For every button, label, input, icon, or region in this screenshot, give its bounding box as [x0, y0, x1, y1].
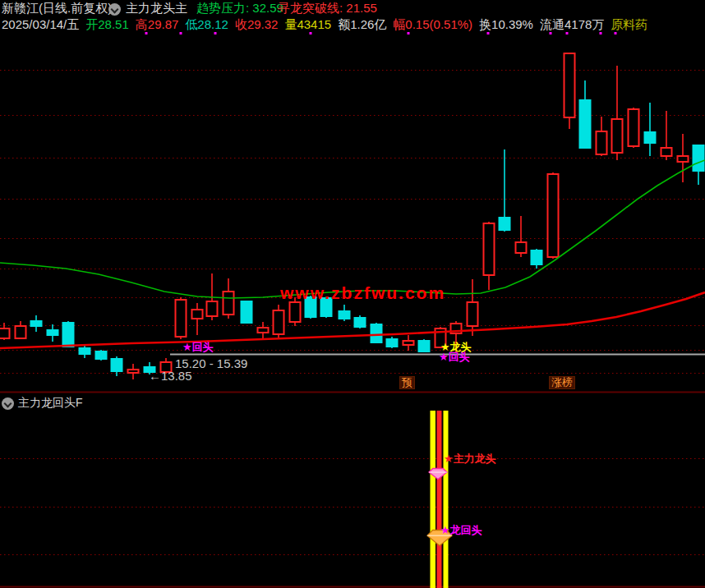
quote-high: 高29.87: [136, 17, 179, 33]
ma-line-green: [0, 160, 705, 298]
quote-close: 收29.32: [235, 17, 279, 33]
quote-industry[interactable]: 原料药: [611, 17, 647, 33]
signal-label-huitou-2: ★回头: [439, 351, 470, 363]
candle-body: [645, 132, 656, 143]
sub-signal-bottom: ★龙回头: [440, 525, 482, 536]
candle-body: [242, 301, 252, 323]
quote-open: 开28.51: [85, 17, 129, 33]
candle-body: [468, 302, 478, 326]
candle-body: [63, 323, 74, 347]
collapse-sub-indicator-icon[interactable]: [2, 397, 14, 410]
candle-body: [274, 310, 284, 334]
candle-body: [597, 131, 607, 154]
candle-body: [484, 223, 495, 275]
candle-body: [387, 339, 398, 347]
candle-body: [516, 242, 527, 253]
main-indicator-name[interactable]: 主力龙头主: [126, 2, 187, 16]
candle-body: [403, 341, 414, 345]
quote-float: 流通4178万: [540, 17, 604, 33]
candle-body: [112, 359, 122, 371]
candle-body: [548, 174, 559, 257]
candle-body: [96, 351, 107, 359]
sub-indicator-name[interactable]: 主力龙回头F: [18, 397, 83, 409]
quote-turnover: 换10.39%: [479, 17, 533, 33]
quote-amount: 额1.26亿: [338, 17, 386, 33]
collapse-main-indicator-icon[interactable]: [108, 3, 121, 16]
candle-body: [532, 250, 542, 264]
candle-body: [661, 148, 672, 156]
candle-body: [693, 145, 704, 171]
candle-body: [16, 326, 26, 338]
candle-body: [678, 156, 689, 162]
low-price-marker: ←13.85: [149, 370, 192, 384]
sub-signal-bar: [437, 411, 442, 588]
candle-body: [176, 300, 187, 337]
quote-bar: 2025/03/14/五 开28.51 高29.87 低28.12 收29.32…: [2, 17, 647, 33]
candle-body: [371, 324, 382, 342]
candle-body: [80, 348, 90, 354]
candle-body: [580, 100, 591, 148]
quote-low: 低28.12: [185, 17, 228, 33]
sub-signal-bar: [431, 411, 436, 588]
metric-trend-pressure: 趋势压力: 32.59: [196, 2, 283, 16]
candle-body: [31, 321, 42, 326]
stock-title: 新赣江(日线.前复权): [2, 2, 112, 16]
candle-body: [612, 119, 623, 153]
quote-volume: 量43415: [284, 17, 331, 33]
candle-body: [290, 302, 301, 322]
candle-body: [258, 328, 269, 333]
metric-breakout-line: 寻龙突破线: 21.55: [278, 2, 377, 16]
candle-body: [339, 311, 350, 319]
sub-signal-top: ★主力龙头: [444, 453, 496, 465]
signal-label-huitou-1: ★回头: [182, 342, 214, 353]
watermark: www.zbzfwu.com: [280, 283, 445, 302]
candle-body: [192, 310, 203, 319]
quote-date: 2025/03/14/五: [2, 17, 79, 33]
tag-yujing-button[interactable]: 预: [399, 376, 415, 389]
candle-body: [207, 301, 218, 316]
candle-body: [48, 330, 58, 335]
candle-body: [223, 292, 234, 315]
trading-app-window: 新赣江(日线.前复权) 主力龙头主 趋势压力: 32.59 寻龙突破线: 21.…: [0, 0, 705, 588]
candle-body: [128, 370, 139, 373]
candle-body: [355, 318, 366, 327]
candle-body: [500, 218, 510, 230]
sub-signal-bar: [444, 411, 449, 588]
tag-zhangbang-button[interactable]: 涨榜: [549, 376, 575, 389]
candle-body: [0, 328, 10, 338]
candle-body: [629, 109, 639, 146]
candle-body: [419, 341, 430, 351]
candle-body: [564, 53, 575, 117]
quote-range: 幅0.15(0.51%): [393, 17, 472, 33]
